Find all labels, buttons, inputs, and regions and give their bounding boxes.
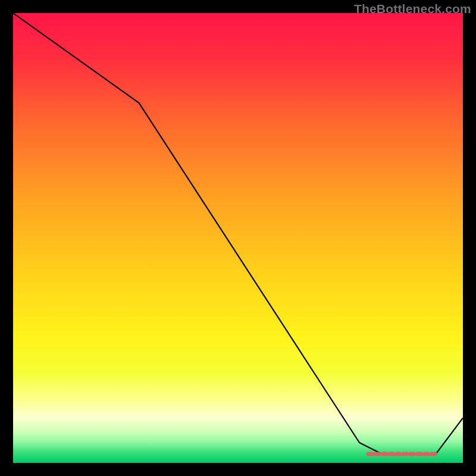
plot-svg (13, 13, 463, 463)
gradient-background (13, 13, 463, 463)
chart-frame: TheBottleneck.com (0, 0, 476, 476)
plot-area (13, 13, 463, 463)
